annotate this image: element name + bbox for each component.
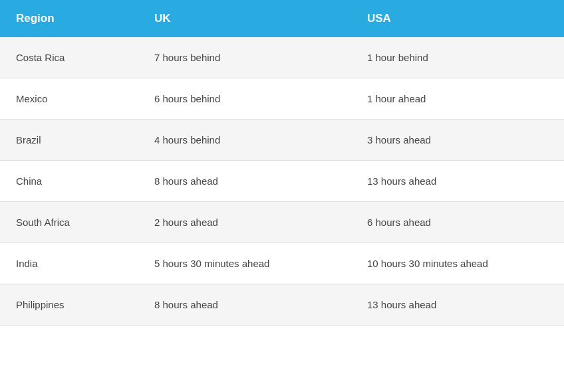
cell-region: Brazil <box>0 120 138 160</box>
cell-uk: 8 hours ahead <box>138 284 351 325</box>
cell-uk: 7 hours behind <box>138 37 351 78</box>
table-header: Region UK USA <box>0 0 564 37</box>
cell-region: Philippines <box>0 284 138 325</box>
header-uk: UK <box>138 0 351 37</box>
table-row: Philippines8 hours ahead13 hours ahead <box>0 284 564 326</box>
cell-region: India <box>0 243 138 284</box>
header-usa: USA <box>351 0 564 37</box>
timezone-table: Region UK USA Costa Rica7 hours behind1 … <box>0 0 564 326</box>
table-row: Mexico6 hours behind1 hour ahead <box>0 78 564 120</box>
table-row: India5 hours 30 minutes ahead10 hours 30… <box>0 243 564 284</box>
table-row: Costa Rica7 hours behind1 hour behind <box>0 37 564 78</box>
cell-usa: 10 hours 30 minutes ahead <box>351 243 564 284</box>
cell-region: China <box>0 161 138 201</box>
cell-usa: 6 hours ahead <box>351 202 564 243</box>
cell-region: Costa Rica <box>0 37 138 78</box>
header-region: Region <box>0 0 138 37</box>
cell-uk: 8 hours ahead <box>138 161 351 201</box>
table-row: Brazil4 hours behind3 hours ahead <box>0 120 564 161</box>
cell-uk: 5 hours 30 minutes ahead <box>138 243 351 284</box>
cell-usa: 3 hours ahead <box>351 120 564 160</box>
table-row: South Africa2 hours ahead6 hours ahead <box>0 202 564 243</box>
cell-usa: 1 hour ahead <box>351 78 564 119</box>
cell-usa: 1 hour behind <box>351 37 564 78</box>
cell-uk: 6 hours behind <box>138 78 351 119</box>
cell-usa: 13 hours ahead <box>351 161 564 201</box>
cell-uk: 4 hours behind <box>138 120 351 160</box>
table-row: China8 hours ahead13 hours ahead <box>0 161 564 202</box>
cell-usa: 13 hours ahead <box>351 284 564 325</box>
table-body: Costa Rica7 hours behind1 hour behindMex… <box>0 37 564 326</box>
cell-uk: 2 hours ahead <box>138 202 351 243</box>
cell-region: Mexico <box>0 78 138 119</box>
cell-region: South Africa <box>0 202 138 243</box>
